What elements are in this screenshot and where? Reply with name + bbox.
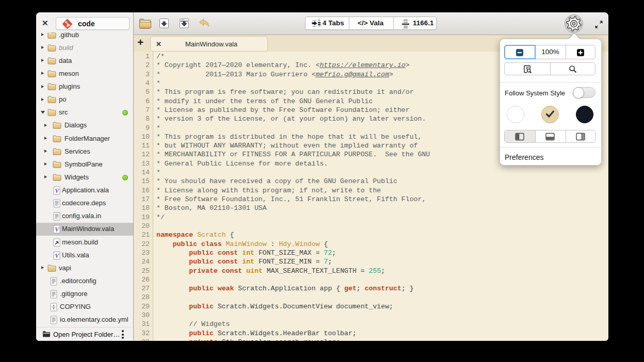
svg-text:V: V [55, 187, 59, 194]
svg-text:V: V [55, 226, 59, 233]
svg-text:V: V [55, 252, 59, 259]
